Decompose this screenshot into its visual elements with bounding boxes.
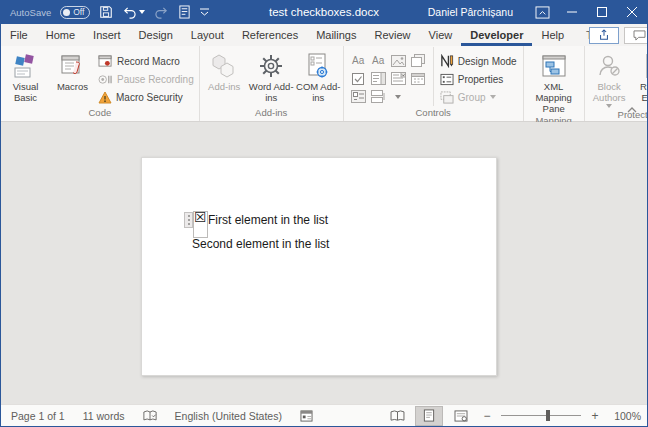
combo-box-control-icon[interactable] bbox=[369, 70, 388, 87]
document-text-line-2[interactable]: Second element in the list bbox=[192, 237, 329, 251]
document-canvas[interactable]: ☒ First element in the list Second eleme… bbox=[1, 122, 647, 404]
close-button[interactable] bbox=[617, 0, 647, 24]
content-control-handle[interactable] bbox=[184, 212, 193, 228]
zoom-out-button[interactable]: − bbox=[479, 409, 495, 423]
addins-button[interactable]: Add-ins bbox=[201, 47, 248, 92]
group-dropdown-icon bbox=[490, 95, 496, 99]
redo-button[interactable] bbox=[154, 6, 169, 19]
comment-icon bbox=[633, 30, 646, 41]
share-button[interactable] bbox=[589, 27, 619, 44]
com-addins-icon bbox=[306, 51, 330, 81]
macro-security-button[interactable]: Macro Security bbox=[98, 88, 194, 106]
page-indicator[interactable]: Page 1 of 1 bbox=[11, 410, 65, 422]
word-addins-label: Word Add-ins bbox=[248, 81, 295, 103]
comments-button[interactable] bbox=[624, 27, 648, 44]
touch-mode-button[interactable] bbox=[178, 5, 191, 19]
record-macro-button[interactable]: Record Macro bbox=[98, 52, 194, 70]
group-code: Visual Basic Macros Record Macro bbox=[1, 46, 200, 121]
tab-developer[interactable]: Developer bbox=[461, 24, 532, 46]
zoom-slider-thumb[interactable] bbox=[546, 410, 550, 421]
building-block-gallery-control-icon[interactable] bbox=[409, 52, 428, 69]
tab-review[interactable]: Review bbox=[366, 24, 420, 46]
pause-recording-button[interactable]: Pause Recording bbox=[98, 70, 194, 88]
macros-icon bbox=[60, 51, 86, 81]
restrict-editing-button[interactable]: Restrict Editing bbox=[633, 47, 648, 103]
web-layout-button[interactable] bbox=[447, 406, 475, 426]
zoom-in-button[interactable]: + bbox=[587, 409, 603, 423]
picture-control-icon[interactable] bbox=[389, 52, 408, 69]
maximize-button[interactable] bbox=[587, 0, 617, 24]
group-addins: Add-ins Word Add-ins COM Add-ins Add-ins bbox=[200, 46, 344, 121]
tab-mailings[interactable]: Mailings bbox=[307, 24, 365, 46]
legacy-tools-icon[interactable] bbox=[349, 88, 368, 105]
xml-mapping-pane-button[interactable]: XML Mapping Pane bbox=[525, 47, 583, 114]
language-indicator[interactable]: English (United States) bbox=[175, 410, 282, 422]
visual-basic-icon bbox=[12, 51, 39, 81]
tell-me-search[interactable]: Tell me w bbox=[573, 24, 589, 46]
block-authors-button[interactable]: Block Authors bbox=[586, 47, 633, 108]
tab-home[interactable]: Home bbox=[37, 24, 84, 46]
group-controls: Aa Aa bbox=[344, 46, 524, 121]
group-button[interactable]: Group bbox=[440, 88, 517, 106]
com-addins-button[interactable]: COM Add-ins bbox=[295, 47, 342, 103]
undo-dropdown-icon bbox=[139, 10, 145, 14]
design-mode-icon bbox=[440, 54, 454, 68]
zoom-level[interactable]: 100% bbox=[607, 410, 641, 422]
drag-dots-icon bbox=[188, 215, 190, 225]
design-mode-button[interactable]: Design Mode bbox=[440, 52, 517, 70]
save-button[interactable] bbox=[99, 5, 113, 19]
zoom-slider[interactable] bbox=[501, 415, 581, 416]
autosave-toggle[interactable]: Off bbox=[60, 6, 90, 19]
word-count[interactable]: 11 words bbox=[83, 410, 125, 422]
date-picker-control-icon[interactable] bbox=[409, 70, 428, 87]
checkbox-control-icon[interactable] bbox=[349, 70, 368, 87]
read-mode-button[interactable] bbox=[383, 406, 411, 426]
document-page[interactable]: ☒ First element in the list Second eleme… bbox=[141, 157, 497, 376]
checked-checkbox[interactable]: ☒ bbox=[194, 210, 207, 224]
macro-recording-button[interactable] bbox=[300, 410, 313, 422]
undo-button[interactable] bbox=[122, 6, 145, 19]
ribbon-display-options-button[interactable] bbox=[527, 0, 557, 24]
quick-access-toolbar: AutoSave Off bbox=[1, 5, 209, 19]
account-user-name[interactable]: Daniel Pârchișanu bbox=[428, 6, 513, 18]
tab-references[interactable]: References bbox=[233, 24, 307, 46]
minimize-button[interactable] bbox=[557, 0, 587, 24]
dropdown-list-control-icon[interactable] bbox=[389, 70, 408, 87]
content-controls-grid: Aa Aa bbox=[345, 47, 430, 105]
group-mapping: XML Mapping Pane Mapping bbox=[524, 46, 585, 121]
tab-file[interactable]: File bbox=[1, 24, 37, 46]
collapse-ribbon-button[interactable] bbox=[627, 107, 637, 113]
rich-text-control-icon[interactable]: Aa bbox=[349, 52, 368, 69]
legacy-dropdown-icon[interactable] bbox=[389, 88, 408, 105]
repeating-section-control-icon[interactable] bbox=[369, 88, 388, 105]
macros-button[interactable]: Macros bbox=[49, 47, 96, 92]
autosave-label: AutoSave bbox=[10, 7, 51, 18]
minimize-icon bbox=[567, 7, 577, 17]
word-window: AutoSave Off bbox=[0, 0, 648, 427]
plain-text-control-icon[interactable]: Aa bbox=[369, 52, 388, 69]
macro-recording-icon bbox=[300, 410, 313, 422]
print-layout-button[interactable] bbox=[415, 406, 443, 426]
group-label-controls: Controls bbox=[345, 106, 522, 121]
tab-help[interactable]: Help bbox=[532, 24, 573, 46]
macro-security-icon bbox=[98, 91, 112, 104]
visual-basic-label: Visual Basic bbox=[2, 81, 49, 103]
properties-button[interactable]: Properties bbox=[440, 70, 517, 88]
record-macro-icon bbox=[98, 55, 113, 68]
word-addins-button[interactable]: Word Add-ins bbox=[248, 47, 295, 103]
word-addins-icon bbox=[258, 51, 284, 81]
read-mode-icon bbox=[390, 410, 405, 422]
window-title: test checkboxes.docx bbox=[269, 6, 379, 18]
tab-layout[interactable]: Layout bbox=[182, 24, 233, 46]
tab-view[interactable]: View bbox=[420, 24, 462, 46]
visual-basic-button[interactable]: Visual Basic bbox=[2, 47, 49, 103]
print-layout-icon bbox=[423, 409, 435, 422]
proofing-status-button[interactable] bbox=[143, 409, 157, 422]
customize-qat-button[interactable] bbox=[200, 8, 209, 16]
document-text-line-1[interactable]: First element in the list bbox=[208, 213, 328, 227]
tab-design[interactable]: Design bbox=[130, 24, 182, 46]
tab-insert[interactable]: Insert bbox=[84, 24, 130, 46]
group-label-addins: Add-ins bbox=[201, 106, 342, 121]
group-protect: Block Authors Restrict Editing Protect bbox=[585, 46, 648, 121]
undo-icon bbox=[122, 6, 137, 19]
